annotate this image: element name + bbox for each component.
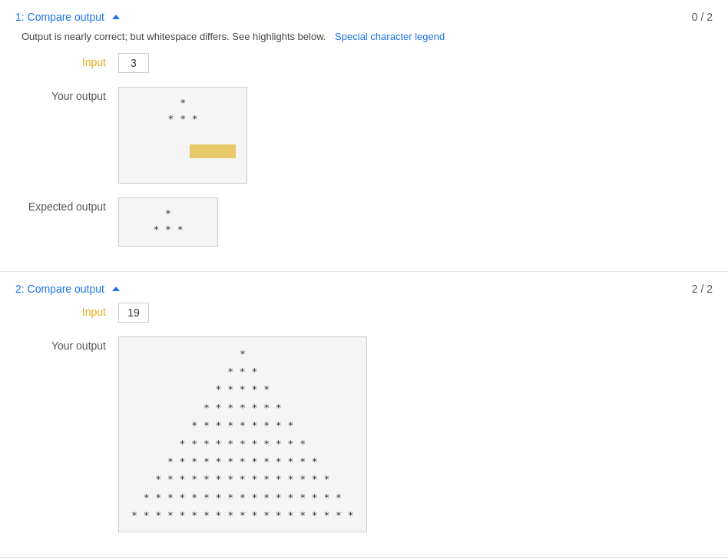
section-1-title-text: 1: Compare output (15, 11, 104, 23)
section-2-title-text: 2: Compare output (15, 283, 104, 295)
output-line: * (130, 95, 236, 111)
section-1-your-output-box: * * * * (118, 87, 247, 184)
section-2: 2: Compare output 2 / 2 Input 19 Your ou… (0, 272, 728, 558)
section-2-title[interactable]: 2: Compare output (15, 283, 120, 295)
section-1-status: Output is nearly correct; but whitespace… (18, 31, 713, 42)
special-legend-link[interactable]: Special character legend (335, 31, 445, 42)
output-line: * * * * * * * * * * * * * * * (131, 470, 354, 488)
output-line: * * * (130, 222, 207, 238)
output-line: * * * (131, 363, 354, 380)
section-1-expected-output-box: * * * * (118, 197, 218, 247)
section-2-input-label: Input (18, 303, 118, 318)
output-line: * * * (130, 111, 236, 128)
section-1: 1: Compare output 0 / 2 Output is nearly… (0, 0, 728, 272)
section-2-input-row: Input 19 (18, 303, 713, 323)
section-2-input-value: 19 (118, 303, 149, 323)
section-1-expected-output-label: Expected output (18, 197, 118, 213)
section-2-content: Input 19 Your output * * * * * * * * * *… (15, 303, 713, 533)
output-highlight-line (130, 128, 236, 175)
section-1-input-label: Input (18, 53, 118, 68)
section-2-your-output-label: Your output (18, 336, 118, 352)
section-1-your-output-label: Your output (18, 87, 118, 102)
section-1-collapse-icon[interactable] (112, 15, 120, 19)
section-1-your-output-row: Your output * * * * (18, 87, 713, 184)
section-2-score: 2 / 2 (692, 283, 713, 295)
section-2-your-output-box: * * * * * * * * * * * * * * * * * * * * … (118, 336, 367, 533)
output-line: * (130, 206, 207, 222)
output-line: * * * * * * * * * * * * * * * * * (131, 489, 354, 506)
output-line: * * * * * * * * * * * (131, 435, 354, 452)
output-line: * (131, 345, 354, 363)
output-line: * * * * * * * * * (131, 416, 354, 434)
section-1-score: 0 / 2 (692, 11, 713, 23)
output-line: * * * * * * * * * * * * * (131, 452, 354, 470)
section-2-collapse-icon[interactable] (112, 287, 120, 291)
section-1-title[interactable]: 1: Compare output (15, 11, 120, 23)
section-1-header: 1: Compare output 0 / 2 (15, 11, 713, 23)
section-2-header: 2: Compare output 2 / 2 (15, 283, 713, 295)
whitespace-highlight (190, 144, 236, 158)
output-line: * * * * * (131, 380, 354, 398)
section-2-your-output-row: Your output * * * * * * * * * * * * * * … (18, 336, 713, 533)
section-1-content: Output is nearly correct; but whitespace… (15, 31, 713, 247)
section-1-input-value: 3 (118, 53, 149, 73)
section-1-input-row: Input 3 (18, 53, 713, 73)
section-1-expected-output-row: Expected output * * * * (18, 197, 713, 247)
output-line: * * * * * * * (131, 399, 354, 416)
output-line: * * * * * * * * * * * * * * * * * * * (131, 506, 354, 524)
